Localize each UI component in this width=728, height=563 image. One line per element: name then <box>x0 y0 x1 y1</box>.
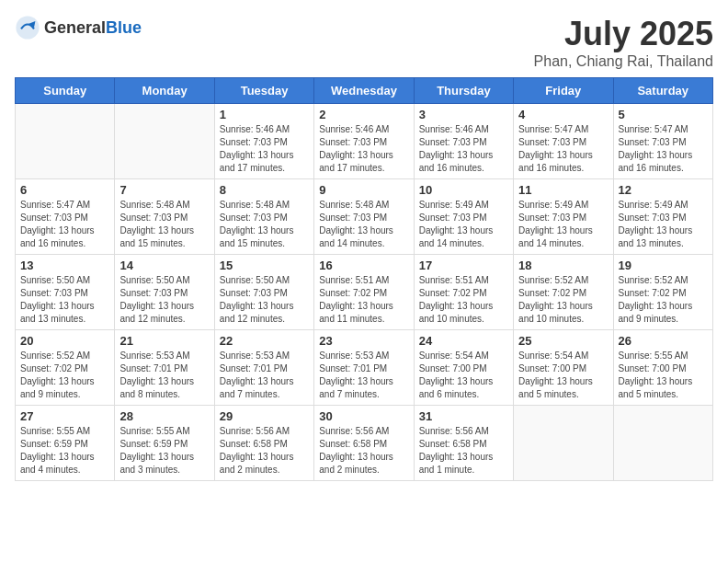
day-number: 5 <box>619 108 708 121</box>
calendar-cell: 25Sunrise: 5:54 AM Sunset: 7:00 PM Dayli… <box>514 330 613 406</box>
calendar-cell: 31Sunrise: 5:56 AM Sunset: 6:58 PM Dayli… <box>414 406 513 481</box>
calendar-cell: 10Sunrise: 5:49 AM Sunset: 7:03 PM Dayli… <box>414 179 513 255</box>
day-info: Sunrise: 5:46 AM Sunset: 7:03 PM Dayligh… <box>220 123 309 175</box>
calendar-cell: 18Sunrise: 5:52 AM Sunset: 7:02 PM Dayli… <box>514 255 613 330</box>
calendar-cell: 8Sunrise: 5:48 AM Sunset: 7:03 PM Daylig… <box>214 179 313 255</box>
calendar-cell <box>115 104 214 179</box>
day-info: Sunrise: 5:49 AM Sunset: 7:03 PM Dayligh… <box>619 199 708 250</box>
calendar-cell: 20Sunrise: 5:52 AM Sunset: 7:02 PM Dayli… <box>16 330 115 406</box>
day-info: Sunrise: 5:53 AM Sunset: 7:01 PM Dayligh… <box>119 350 209 401</box>
day-number: 14 <box>119 259 209 272</box>
svg-point-0 <box>16 16 39 39</box>
day-number: 9 <box>319 183 408 197</box>
calendar-cell <box>613 406 712 481</box>
weekday-header-thursday: Thursday <box>414 78 513 104</box>
calendar-cell: 21Sunrise: 5:53 AM Sunset: 7:01 PM Dayli… <box>115 330 214 406</box>
calendar-cell: 22Sunrise: 5:53 AM Sunset: 7:01 PM Dayli… <box>214 330 313 406</box>
day-number: 17 <box>419 259 508 272</box>
day-info: Sunrise: 5:48 AM Sunset: 7:03 PM Dayligh… <box>220 199 309 250</box>
weekday-header-saturday: Saturday <box>613 78 712 104</box>
calendar-cell: 13Sunrise: 5:50 AM Sunset: 7:03 PM Dayli… <box>16 255 115 330</box>
day-number: 6 <box>20 183 109 197</box>
day-info: Sunrise: 5:52 AM Sunset: 7:02 PM Dayligh… <box>20 350 109 401</box>
day-number: 3 <box>419 108 508 121</box>
calendar-cell: 23Sunrise: 5:53 AM Sunset: 7:01 PM Dayli… <box>314 330 414 406</box>
day-number: 12 <box>619 183 708 197</box>
day-number: 11 <box>518 183 608 197</box>
logo-icon <box>15 15 40 40</box>
day-number: 4 <box>518 108 608 121</box>
calendar-cell: 19Sunrise: 5:52 AM Sunset: 7:02 PM Dayli… <box>613 255 712 330</box>
calendar-week-row: 1Sunrise: 5:46 AM Sunset: 7:03 PM Daylig… <box>16 104 713 179</box>
day-number: 29 <box>220 409 309 423</box>
day-info: Sunrise: 5:53 AM Sunset: 7:01 PM Dayligh… <box>220 350 309 401</box>
calendar-week-row: 6Sunrise: 5:47 AM Sunset: 7:03 PM Daylig… <box>16 179 713 255</box>
day-info: Sunrise: 5:47 AM Sunset: 7:03 PM Dayligh… <box>20 199 109 250</box>
day-number: 19 <box>619 259 708 272</box>
calendar-cell: 16Sunrise: 5:51 AM Sunset: 7:02 PM Dayli… <box>314 255 414 330</box>
day-number: 22 <box>220 334 309 348</box>
day-number: 25 <box>518 334 608 348</box>
day-number: 1 <box>220 108 309 121</box>
day-info: Sunrise: 5:54 AM Sunset: 7:00 PM Dayligh… <box>518 350 608 401</box>
calendar-cell: 9Sunrise: 5:48 AM Sunset: 7:03 PM Daylig… <box>314 179 414 255</box>
day-number: 8 <box>220 183 309 197</box>
weekday-header-row: SundayMondayTuesdayWednesdayThursdayFrid… <box>16 78 713 104</box>
calendar-week-row: 20Sunrise: 5:52 AM Sunset: 7:02 PM Dayli… <box>16 330 713 406</box>
day-info: Sunrise: 5:54 AM Sunset: 7:00 PM Dayligh… <box>419 350 508 401</box>
day-number: 28 <box>119 409 209 423</box>
day-number: 18 <box>518 259 608 272</box>
calendar-cell: 30Sunrise: 5:56 AM Sunset: 6:58 PM Dayli… <box>314 406 414 481</box>
calendar-cell <box>514 406 613 481</box>
header: General Blue July 2025 Phan, Chiang Rai,… <box>15 15 713 70</box>
calendar-cell: 6Sunrise: 5:47 AM Sunset: 7:03 PM Daylig… <box>16 179 115 255</box>
month-title: July 2025 <box>534 15 713 53</box>
weekday-header-wednesday: Wednesday <box>314 78 414 104</box>
day-info: Sunrise: 5:56 AM Sunset: 6:58 PM Dayligh… <box>319 425 408 477</box>
calendar-cell: 27Sunrise: 5:55 AM Sunset: 6:59 PM Dayli… <box>16 406 115 481</box>
day-number: 26 <box>619 334 708 348</box>
day-info: Sunrise: 5:50 AM Sunset: 7:03 PM Dayligh… <box>220 274 309 326</box>
calendar-cell: 29Sunrise: 5:56 AM Sunset: 6:58 PM Dayli… <box>214 406 313 481</box>
day-number: 15 <box>220 259 309 272</box>
calendar-cell: 12Sunrise: 5:49 AM Sunset: 7:03 PM Dayli… <box>613 179 712 255</box>
day-info: Sunrise: 5:48 AM Sunset: 7:03 PM Dayligh… <box>319 199 408 250</box>
calendar-cell: 5Sunrise: 5:47 AM Sunset: 7:03 PM Daylig… <box>613 104 712 179</box>
weekday-header-sunday: Sunday <box>16 78 115 104</box>
day-number: 27 <box>20 409 109 423</box>
day-info: Sunrise: 5:51 AM Sunset: 7:02 PM Dayligh… <box>319 274 408 326</box>
logo: General Blue <box>15 15 142 40</box>
logo-general-text: General <box>44 18 106 38</box>
day-number: 13 <box>20 259 109 272</box>
calendar-cell: 1Sunrise: 5:46 AM Sunset: 7:03 PM Daylig… <box>214 104 313 179</box>
calendar-cell: 28Sunrise: 5:55 AM Sunset: 6:59 PM Dayli… <box>115 406 214 481</box>
calendar-cell: 24Sunrise: 5:54 AM Sunset: 7:00 PM Dayli… <box>414 330 513 406</box>
calendar-cell: 14Sunrise: 5:50 AM Sunset: 7:03 PM Dayli… <box>115 255 214 330</box>
day-info: Sunrise: 5:55 AM Sunset: 6:59 PM Dayligh… <box>119 425 209 477</box>
day-info: Sunrise: 5:52 AM Sunset: 7:02 PM Dayligh… <box>518 274 608 326</box>
day-info: Sunrise: 5:56 AM Sunset: 6:58 PM Dayligh… <box>419 425 508 477</box>
calendar-cell: 7Sunrise: 5:48 AM Sunset: 7:03 PM Daylig… <box>115 179 214 255</box>
day-number: 30 <box>319 409 408 423</box>
day-info: Sunrise: 5:53 AM Sunset: 7:01 PM Dayligh… <box>319 350 408 401</box>
day-info: Sunrise: 5:47 AM Sunset: 7:03 PM Dayligh… <box>518 123 608 175</box>
calendar-cell: 26Sunrise: 5:55 AM Sunset: 7:00 PM Dayli… <box>613 330 712 406</box>
day-number: 2 <box>319 108 408 121</box>
calendar-cell: 11Sunrise: 5:49 AM Sunset: 7:03 PM Dayli… <box>514 179 613 255</box>
calendar-cell: 3Sunrise: 5:46 AM Sunset: 7:03 PM Daylig… <box>414 104 513 179</box>
calendar-table: SundayMondayTuesdayWednesdayThursdayFrid… <box>15 77 713 481</box>
calendar-cell: 17Sunrise: 5:51 AM Sunset: 7:02 PM Dayli… <box>414 255 513 330</box>
day-info: Sunrise: 5:51 AM Sunset: 7:02 PM Dayligh… <box>419 274 508 326</box>
location-title: Phan, Chiang Rai, Thailand <box>534 53 713 70</box>
day-info: Sunrise: 5:55 AM Sunset: 7:00 PM Dayligh… <box>619 350 708 401</box>
day-info: Sunrise: 5:48 AM Sunset: 7:03 PM Dayligh… <box>119 199 209 250</box>
day-info: Sunrise: 5:49 AM Sunset: 7:03 PM Dayligh… <box>518 199 608 250</box>
logo-blue-text: Blue <box>106 18 142 38</box>
day-info: Sunrise: 5:55 AM Sunset: 6:59 PM Dayligh… <box>20 425 109 477</box>
calendar-cell <box>16 104 115 179</box>
calendar-cell: 4Sunrise: 5:47 AM Sunset: 7:03 PM Daylig… <box>514 104 613 179</box>
day-info: Sunrise: 5:56 AM Sunset: 6:58 PM Dayligh… <box>220 425 309 477</box>
day-number: 10 <box>419 183 508 197</box>
day-info: Sunrise: 5:50 AM Sunset: 7:03 PM Dayligh… <box>20 274 109 326</box>
day-info: Sunrise: 5:47 AM Sunset: 7:03 PM Dayligh… <box>619 123 708 175</box>
